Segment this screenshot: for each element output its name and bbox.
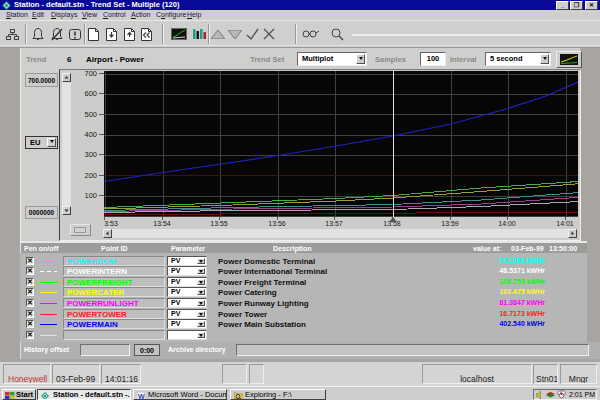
svg-text:W: W bbox=[138, 393, 145, 400]
